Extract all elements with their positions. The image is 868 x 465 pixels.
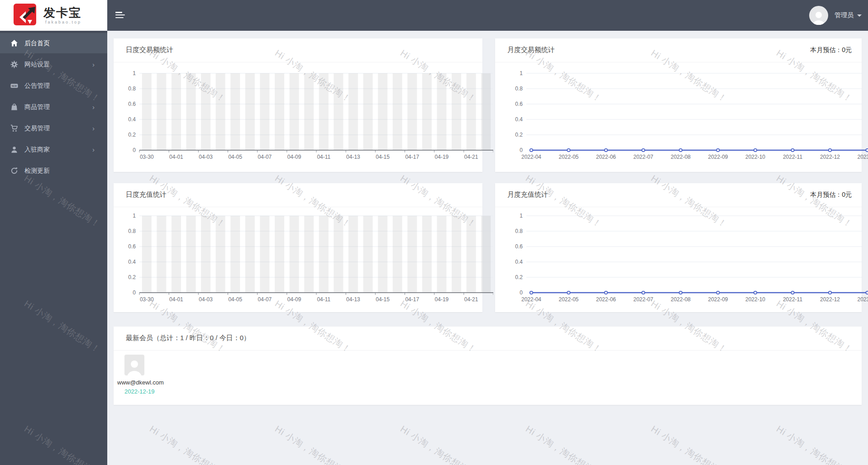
chevron-right-icon: › xyxy=(92,103,95,111)
svg-text:0.6: 0.6 xyxy=(128,101,136,107)
svg-text:04-19: 04-19 xyxy=(435,154,449,160)
logo[interactable]: 发卡宝 fakabao.top xyxy=(0,0,107,31)
svg-text:2022-09: 2022-09 xyxy=(708,154,728,160)
watermark-text: Hi 小淘，淘你想淘！ xyxy=(272,423,353,465)
watermark-text: Hi 小淘，淘你想淘！ xyxy=(398,423,479,465)
svg-text:2022-04: 2022-04 xyxy=(521,296,541,303)
svg-text:2022-08: 2022-08 xyxy=(671,296,691,303)
svg-text:04-13: 04-13 xyxy=(346,154,360,160)
svg-text:0.6: 0.6 xyxy=(515,243,523,250)
daily-recharge-chart: 00.20.40.60.8103-3004-0104-0304-0504-070… xyxy=(114,209,493,306)
brand-name: 发卡宝 xyxy=(43,6,81,19)
hamburger-menu-icon[interactable] xyxy=(115,12,125,19)
svg-text:2022-06: 2022-06 xyxy=(596,296,616,303)
sidebar-item-7[interactable]: 检测更新 xyxy=(0,160,107,181)
sidebar-item-label: 交易管理 xyxy=(24,124,50,133)
monthly-trade-chart: 00.20.40.60.812022-042022-052022-062022-… xyxy=(495,66,868,164)
month-estimate: 本月预估：0元 xyxy=(810,46,852,54)
svg-text:1: 1 xyxy=(520,70,523,76)
svg-text:2022-12: 2022-12 xyxy=(820,154,840,160)
svg-text:04-03: 04-03 xyxy=(199,154,213,160)
sidebar-item-3[interactable]: NEW公告管理 xyxy=(0,75,107,96)
sidebar-item-4[interactable]: 商品管理› xyxy=(0,96,107,118)
svg-text:04-11: 04-11 xyxy=(317,154,330,160)
svg-text:0: 0 xyxy=(133,289,136,296)
divider xyxy=(114,350,862,351)
svg-text:2022-09: 2022-09 xyxy=(708,296,728,303)
svg-text:0.8: 0.8 xyxy=(128,85,136,92)
svg-text:04-21: 04-21 xyxy=(464,296,478,303)
svg-text:04-05: 04-05 xyxy=(228,154,242,160)
sidebar-menu: 后台首页网站设置›NEW公告管理商品管理›交易管理›入驻商家›检测更新 xyxy=(0,31,107,181)
member-register-date: 2022-12-19 xyxy=(124,388,181,395)
watermark-text: Hi 小淘，淘你想淘！ xyxy=(523,423,604,465)
svg-text:0.2: 0.2 xyxy=(515,132,523,138)
svg-text:04-17: 04-17 xyxy=(405,296,419,303)
svg-text:1: 1 xyxy=(520,213,523,219)
svg-text:NEW: NEW xyxy=(11,85,17,87)
svg-text:2022-10: 2022-10 xyxy=(745,296,765,303)
sidebar-item-label: 公告管理 xyxy=(24,82,50,90)
gear-icon xyxy=(10,61,18,69)
card-monthly-recharge: 月度充值统计 本月预估：0元 00.20.40.60.812022-042022… xyxy=(495,183,862,312)
sidebar-item-label: 入驻商家 xyxy=(24,146,50,154)
svg-text:2022-04: 2022-04 xyxy=(521,154,541,160)
svg-text:0: 0 xyxy=(133,147,136,153)
chevron-right-icon: › xyxy=(92,61,95,68)
svg-text:2022-07: 2022-07 xyxy=(633,154,653,160)
svg-text:2022-10: 2022-10 xyxy=(745,154,765,160)
svg-text:0.6: 0.6 xyxy=(128,243,136,250)
bag-icon xyxy=(10,103,18,111)
svg-text:04-13: 04-13 xyxy=(346,296,360,303)
card-title: 月度充值统计 xyxy=(507,190,548,199)
sidebar-item-5[interactable]: 交易管理› xyxy=(0,118,107,139)
svg-text:2022-11: 2022-11 xyxy=(783,296,802,303)
topbar: 管理员 xyxy=(107,0,868,31)
monthly-recharge-chart: 00.20.40.60.812022-042022-052022-062022-… xyxy=(495,209,868,306)
svg-text:04-03: 04-03 xyxy=(199,296,213,303)
svg-text:0.8: 0.8 xyxy=(128,228,136,234)
svg-text:04-09: 04-09 xyxy=(287,296,301,303)
svg-text:04-11: 04-11 xyxy=(317,296,330,303)
member-item[interactable]: www@dkewl.com 2022-12-19 xyxy=(117,355,181,395)
svg-text:2022-12: 2022-12 xyxy=(820,296,840,303)
svg-text:2023-01: 2023-01 xyxy=(857,154,868,160)
svg-text:0.8: 0.8 xyxy=(515,228,523,234)
sidebar-item-6[interactable]: 入驻商家› xyxy=(0,139,107,160)
card-monthly-trade: 月度交易额统计 本月预估：0元 00.20.40.60.812022-04202… xyxy=(495,38,862,172)
svg-text:04-19: 04-19 xyxy=(435,296,449,303)
svg-text:0: 0 xyxy=(520,147,523,153)
sidebar-item-2[interactable]: 网站设置› xyxy=(0,54,107,75)
card-latest-members: 最新会员（总计：1 / 昨日：0 / 今日：0） www@dkewl.com 2… xyxy=(114,327,862,405)
svg-text:04-07: 04-07 xyxy=(258,296,272,303)
svg-text:04-21: 04-21 xyxy=(464,154,478,160)
svg-text:0.8: 0.8 xyxy=(515,85,523,92)
svg-text:04-15: 04-15 xyxy=(376,154,390,160)
svg-text:2022-08: 2022-08 xyxy=(671,154,691,160)
svg-text:0.4: 0.4 xyxy=(128,116,136,123)
cart-icon xyxy=(10,124,18,133)
person-icon xyxy=(811,9,826,25)
user-name: 管理员 xyxy=(835,11,854,19)
watermark-text: Hi 小淘，淘你想淘！ xyxy=(649,423,730,465)
svg-text:2023-01: 2023-01 xyxy=(857,296,868,303)
sidebar-item-1[interactable]: 后台首页 xyxy=(0,33,107,54)
svg-text:04-09: 04-09 xyxy=(287,154,301,160)
card-title: 月度交易额统计 xyxy=(507,46,555,54)
merchant-icon xyxy=(10,146,18,154)
user-menu[interactable]: 管理员 xyxy=(809,0,862,31)
chevron-right-icon: › xyxy=(92,124,95,132)
member-avatar xyxy=(124,355,144,375)
divider xyxy=(114,62,482,62)
watermark-text: Hi 小淘，淘你想淘！ xyxy=(774,423,855,465)
daily-trade-chart: 00.20.40.60.8103-3004-0104-0304-0504-070… xyxy=(114,66,493,164)
chevron-right-icon: › xyxy=(92,146,95,153)
svg-text:03-30: 03-30 xyxy=(140,296,154,303)
svg-text:0.4: 0.4 xyxy=(515,116,523,123)
user-avatar[interactable] xyxy=(809,6,828,25)
svg-text:03-30: 03-30 xyxy=(140,154,154,160)
divider xyxy=(114,207,482,207)
sidebar-item-label: 后台首页 xyxy=(24,39,50,47)
brand-domain: fakabao.top xyxy=(45,20,81,24)
svg-text:1: 1 xyxy=(133,70,136,76)
